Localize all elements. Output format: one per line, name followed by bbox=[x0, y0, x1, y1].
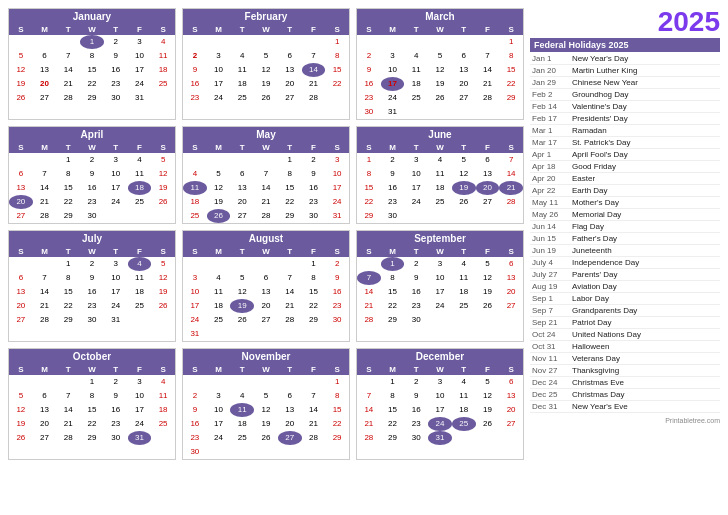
day-cell: 6 bbox=[33, 389, 57, 403]
holiday-row: Apr 22Earth Day bbox=[530, 185, 720, 197]
day-header: T bbox=[404, 24, 428, 35]
holiday-date: Aug 19 bbox=[532, 282, 572, 291]
day-cell: 18 bbox=[207, 299, 231, 313]
empty-cell bbox=[56, 375, 80, 389]
day-cell: 4 bbox=[404, 49, 428, 63]
day-cell: 27 bbox=[278, 431, 302, 445]
footer: Printabletree.com bbox=[530, 417, 720, 424]
day-header: S bbox=[9, 24, 33, 35]
day-cell: 1 bbox=[80, 375, 104, 389]
day-header: T bbox=[278, 142, 302, 153]
day-cell: 15 bbox=[325, 63, 349, 77]
day-cell: 27 bbox=[278, 91, 302, 105]
day-header: W bbox=[428, 142, 452, 153]
empty-cell bbox=[428, 35, 452, 49]
day-cell: 23 bbox=[183, 91, 207, 105]
day-header: W bbox=[80, 364, 104, 375]
holiday-name: Martin Luther King bbox=[572, 66, 637, 75]
day-cell: 15 bbox=[80, 63, 104, 77]
month-header: May bbox=[183, 127, 349, 142]
day-cell: 27 bbox=[499, 417, 523, 431]
day-cell: 26 bbox=[476, 417, 500, 431]
day-cell: 31 bbox=[183, 327, 207, 341]
day-header: F bbox=[302, 364, 326, 375]
day-cell: 25 bbox=[452, 299, 476, 313]
day-cell: 24 bbox=[325, 195, 349, 209]
day-cell: 5 bbox=[151, 153, 175, 167]
days-grid: 1234567891011121314151617181920212223242… bbox=[357, 153, 523, 223]
day-cell: 23 bbox=[325, 299, 349, 313]
day-cell: 8 bbox=[499, 49, 523, 63]
days-grid: 1234567891011121314151617181920212223242… bbox=[9, 153, 175, 223]
holiday-date: Nov 11 bbox=[532, 354, 572, 363]
day-cell: 18 bbox=[452, 403, 476, 417]
day-cell: 25 bbox=[452, 417, 476, 431]
day-cell: 6 bbox=[9, 167, 33, 181]
day-cell: 22 bbox=[325, 77, 349, 91]
holiday-name: Presidents' Day bbox=[572, 114, 628, 123]
day-cell: 4 bbox=[230, 49, 254, 63]
day-header: S bbox=[9, 364, 33, 375]
day-cell: 24 bbox=[404, 195, 428, 209]
day-cell: 18 bbox=[230, 77, 254, 91]
day-headers: SMTWTFS bbox=[9, 24, 175, 35]
month-header: March bbox=[357, 9, 523, 24]
day-headers: SMTWTFS bbox=[183, 364, 349, 375]
day-cell: 7 bbox=[357, 271, 381, 285]
month-header: September bbox=[357, 231, 523, 246]
day-header: W bbox=[80, 142, 104, 153]
day-cell: 9 bbox=[104, 389, 128, 403]
holiday-row: Sep 21Patriot Day bbox=[530, 317, 720, 329]
day-cell: 10 bbox=[207, 403, 231, 417]
day-cell: 10 bbox=[128, 389, 152, 403]
holiday-row: Jan 20Martin Luther King bbox=[530, 65, 720, 77]
month-header: June bbox=[357, 127, 523, 142]
day-cell: 5 bbox=[254, 49, 278, 63]
day-cell: 11 bbox=[207, 285, 231, 299]
holiday-name: Parents' Day bbox=[572, 270, 618, 279]
day-cell: 23 bbox=[104, 417, 128, 431]
day-cell: 29 bbox=[302, 313, 326, 327]
empty-cell bbox=[230, 153, 254, 167]
day-header: M bbox=[207, 364, 231, 375]
day-cell: 9 bbox=[80, 271, 104, 285]
day-cell: 13 bbox=[33, 403, 57, 417]
day-cell: 30 bbox=[404, 431, 428, 445]
day-cell: 17 bbox=[104, 285, 128, 299]
day-cell: 23 bbox=[404, 417, 428, 431]
day-cell: 11 bbox=[404, 63, 428, 77]
calendar-march: MarchSMTWTFS1234567891011121314151617181… bbox=[356, 8, 524, 120]
holiday-date: Jun 14 bbox=[532, 222, 572, 231]
holiday-row: Sep 1Labor Day bbox=[530, 293, 720, 305]
day-header: F bbox=[476, 246, 500, 257]
holiday-row: Nov 27Thanksgiving bbox=[530, 365, 720, 377]
day-cell: 8 bbox=[278, 167, 302, 181]
day-cell: 2 bbox=[381, 153, 405, 167]
day-cell: 19 bbox=[151, 181, 175, 195]
holiday-name: Chinese New Year bbox=[572, 78, 638, 87]
day-cell: 30 bbox=[325, 313, 349, 327]
holiday-name: Independence Day bbox=[572, 258, 639, 267]
day-cell: 15 bbox=[499, 63, 523, 77]
day-cell: 29 bbox=[80, 431, 104, 445]
empty-cell bbox=[278, 375, 302, 389]
day-cell: 20 bbox=[476, 181, 500, 195]
day-header: S bbox=[499, 24, 523, 35]
day-header: T bbox=[230, 364, 254, 375]
day-cell: 3 bbox=[404, 153, 428, 167]
day-cell: 23 bbox=[80, 195, 104, 209]
day-cell: 10 bbox=[104, 271, 128, 285]
empty-cell bbox=[302, 375, 326, 389]
empty-cell bbox=[254, 153, 278, 167]
day-cell: 14 bbox=[357, 403, 381, 417]
day-cell: 27 bbox=[476, 195, 500, 209]
day-cell: 20 bbox=[230, 195, 254, 209]
day-header: S bbox=[357, 246, 381, 257]
day-header: M bbox=[33, 364, 57, 375]
day-cell: 16 bbox=[357, 77, 381, 91]
day-header: S bbox=[183, 24, 207, 35]
calendar-april: AprilSMTWTFS1234567891011121314151617181… bbox=[8, 126, 176, 224]
day-cell: 26 bbox=[428, 91, 452, 105]
day-cell: 4 bbox=[230, 389, 254, 403]
day-cell: 1 bbox=[499, 35, 523, 49]
